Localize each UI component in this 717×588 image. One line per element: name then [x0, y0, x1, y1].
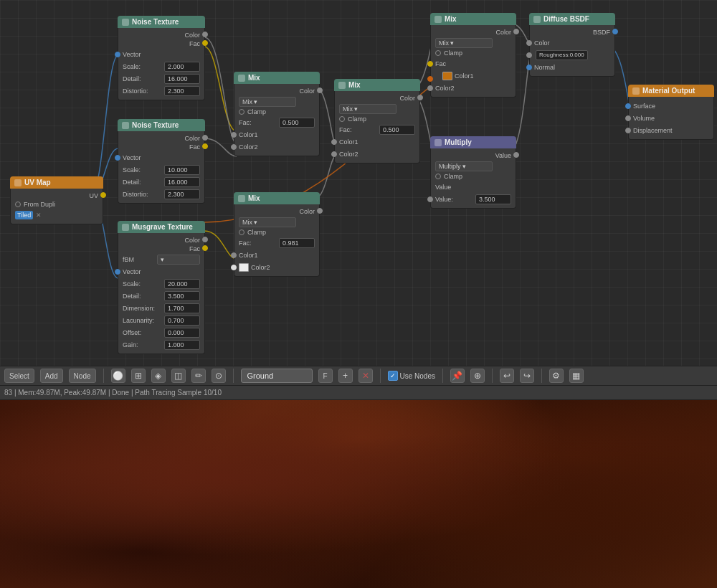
tiled-tag[interactable]: Tiled — [15, 211, 33, 219]
color2-swatch[interactable] — [239, 263, 249, 272]
grid-icon-btn[interactable]: ⊞ — [131, 369, 146, 383]
uv-output-socket[interactable] — [100, 192, 106, 198]
noise1-vector-input[interactable] — [115, 52, 120, 57]
toolbar-separator-3 — [380, 369, 381, 383]
diffuse-roughness-field[interactable]: Roughness:0.000 — [536, 50, 588, 60]
mix1-color1-input[interactable] — [231, 132, 237, 138]
diffuse-bsdf-output[interactable] — [612, 29, 618, 34]
noise-texture-1-header: Noise Texture — [118, 16, 205, 28]
mixrgb-fac-input[interactable] — [427, 61, 433, 67]
mix-3-body: Color Mix ▾ Clamp Fac: 0.981 Color1 C — [234, 204, 320, 277]
mix3-clamp-radio[interactable] — [239, 229, 244, 235]
musgrave-color-output[interactable] — [202, 237, 208, 242]
f-button[interactable]: F — [318, 369, 333, 383]
toolbar-separator-1 — [103, 369, 104, 383]
noise2-fac-output[interactable] — [202, 143, 208, 149]
statusbar-text: 83 | Mem:49.87M, Peak:49.87M | Done | Pa… — [4, 389, 222, 397]
mix-node-3: Mix Color Mix ▾ Clamp Fac: 0.981 Color1 — [234, 192, 320, 277]
toolbar: Select Add Node ⚪ ⊞ ◈ ◫ ✏ ⊙ Ground F + ✕… — [0, 366, 717, 386]
mix3-color2-input[interactable] — [231, 265, 237, 270]
texture-icon-btn[interactable]: ◫ — [171, 369, 186, 383]
mix-1-header: Mix — [234, 72, 320, 84]
remove-tiled-btn[interactable]: ✕ — [36, 212, 42, 219]
node-editor[interactable]: UV Map UV From Dupli Tiled ✕ Noise Textu… — [0, 0, 717, 366]
remove-datablock-btn[interactable]: ✕ — [358, 369, 373, 383]
material-name-field[interactable]: Ground — [241, 369, 313, 383]
node-icon — [122, 122, 129, 129]
multiply-clamp-radio[interactable] — [435, 174, 441, 179]
multiply-value-input[interactable] — [427, 196, 433, 202]
mixrgb-color1-input[interactable] — [427, 76, 433, 82]
diffuse-roughness-input[interactable] — [526, 52, 532, 58]
mix-rgb-body: Color Mix ▾ Clamp Fac Color1 Color2 — [430, 25, 516, 98]
mixrgb-clamp-radio[interactable] — [435, 50, 441, 56]
musgrave-header: Musgrave Texture — [118, 221, 205, 233]
redo-icon-btn[interactable]: ↪ — [520, 369, 534, 383]
mix2-clamp-radio[interactable] — [339, 116, 345, 122]
mix-3-header: Mix — [234, 192, 320, 204]
musgrave-fac-output[interactable] — [202, 245, 208, 251]
material-icon-btn[interactable]: ◈ — [151, 369, 166, 383]
uv-map-title: UV Map — [24, 179, 51, 186]
node-icon — [238, 195, 245, 202]
select-menu[interactable]: Select — [4, 369, 34, 383]
undo-icon-btn[interactable]: ↩ — [500, 369, 514, 383]
add-menu[interactable]: Add — [40, 369, 63, 383]
mix2-color2-input[interactable] — [331, 151, 337, 157]
node-icon — [238, 75, 245, 82]
node-icon — [435, 139, 442, 146]
paint-icon-btn[interactable]: ✏ — [191, 369, 206, 383]
diffuse-normal-input[interactable] — [526, 65, 532, 70]
mix-2-header: Mix — [334, 79, 420, 91]
cursor-icon-btn[interactable]: ⊙ — [212, 369, 226, 383]
multiply-value-field[interactable]: 3.500 — [475, 194, 511, 204]
mix1-clamp-radio[interactable] — [239, 109, 244, 115]
mix3-type[interactable]: Mix ▾ — [239, 217, 296, 227]
mixrgb-color-output[interactable] — [513, 29, 519, 34]
use-nodes-checkbox[interactable]: ✓ — [388, 371, 398, 381]
noise-texture-2-body: Color Fac Vector Scale: 10.000 Detail: 1… — [118, 131, 205, 204]
musgrave-type-dropdown[interactable]: ▾ — [157, 255, 200, 265]
multiply-type[interactable]: Multiply ▾ — [435, 161, 493, 171]
mix3-fac[interactable]: 0.981 — [279, 238, 315, 248]
mix1-type[interactable]: Mix ▾ — [239, 97, 296, 107]
nav-icon-btn[interactable]: ⊕ — [470, 369, 485, 383]
node-icon — [435, 16, 442, 23]
multiply-value-output[interactable] — [513, 152, 519, 158]
from-dupli-radio[interactable] — [15, 201, 21, 207]
color1-swatch[interactable] — [442, 72, 452, 80]
settings-icon-btn[interactable]: ⚙ — [549, 369, 564, 383]
output-volume-input[interactable] — [625, 115, 631, 121]
musgrave-texture-node: Musgrave Texture Color Fac fBM ▾ Vector … — [118, 221, 205, 354]
noise1-fac-output[interactable] — [202, 40, 208, 46]
noise1-color-output[interactable] — [202, 32, 208, 37]
output-displacement-input[interactable] — [625, 128, 631, 133]
noise2-color-output[interactable] — [202, 135, 208, 141]
mix1-color-output[interactable] — [317, 87, 323, 93]
use-nodes-toggle[interactable]: ✓ Use Nodes — [388, 371, 435, 381]
output-surface-input[interactable] — [625, 103, 631, 109]
uv-map-node-header: UV Map — [10, 176, 103, 189]
node-icon — [338, 82, 346, 89]
mix2-type[interactable]: Mix ▾ — [339, 104, 397, 114]
mixrgb-type[interactable]: Mix ▾ — [435, 38, 493, 48]
mix1-color2-input[interactable] — [231, 144, 237, 150]
node-menu[interactable]: Node — [69, 369, 96, 383]
preview-texture — [0, 400, 717, 588]
mix3-color-output[interactable] — [317, 208, 323, 214]
uv-map-output-row: UV — [11, 191, 103, 200]
sphere-icon-btn[interactable]: ⚪ — [111, 369, 125, 383]
view-icon-btn[interactable]: ▦ — [569, 369, 584, 383]
noise2-vector-input[interactable] — [115, 155, 120, 161]
mix2-color1-input[interactable] — [331, 139, 337, 145]
mixrgb-color2-input[interactable] — [427, 85, 433, 91]
mix2-fac[interactable]: 0.500 — [379, 125, 415, 135]
mix2-color-output[interactable] — [417, 95, 423, 100]
add-datablock-btn[interactable]: + — [338, 369, 353, 383]
mix3-color1-input[interactable] — [231, 252, 237, 258]
mix1-fac[interactable]: 0.500 — [279, 118, 315, 128]
noise-texture-1-body: Color Fac Vector Scale: 2.000 Detail: 16… — [118, 28, 205, 100]
pin-icon-btn[interactable]: 📌 — [450, 369, 465, 383]
diffuse-color-input[interactable] — [526, 40, 532, 46]
musgrave-vector-input[interactable] — [115, 269, 120, 275]
